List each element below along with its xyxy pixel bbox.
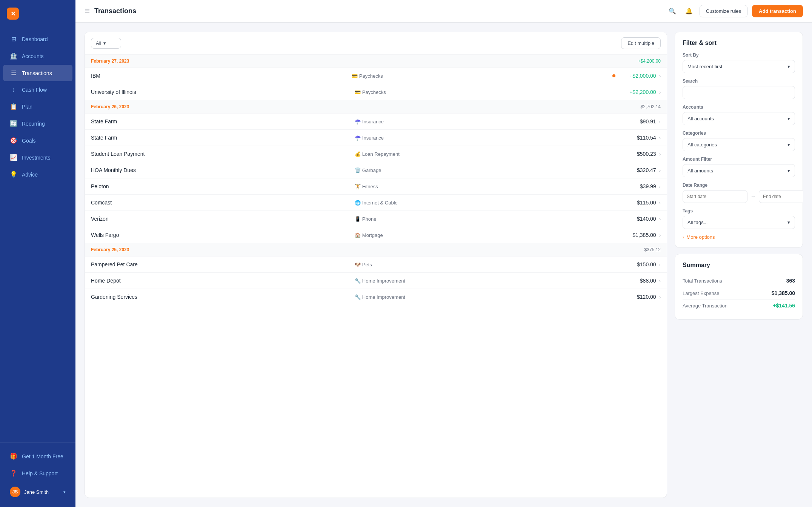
add-transaction-button[interactable]: Add transaction — [752, 5, 803, 17]
sidebar-item-help[interactable]: ❓ Help & Support — [3, 465, 72, 481]
sidebar-item-investments[interactable]: 📈 Investments — [3, 149, 72, 166]
table-row[interactable]: Gardening Services 🔧 Home Improvement $1… — [85, 289, 667, 305]
row-chevron-icon: › — [659, 151, 661, 157]
sidebar-item-advice[interactable]: 💡 Advice — [3, 166, 72, 183]
accounts-chevron-icon: ▾ — [787, 116, 790, 121]
tags-value: All tags... — [687, 220, 707, 225]
categories-label: Categories — [683, 131, 795, 136]
sidebar-item-transactions[interactable]: ☰ Transactions — [3, 65, 72, 81]
table-row[interactable]: State Farm ☂️ Insurance $110.54 › — [85, 130, 667, 146]
date-range-row: → — [683, 190, 795, 203]
amount-filter-dropdown[interactable]: All amounts ▾ — [683, 164, 795, 177]
table-row[interactable]: Comcast 🌐 Internet & Cable $115.00 › — [85, 195, 667, 211]
header-left: ☰ Transactions — [85, 7, 136, 15]
search-button[interactable]: 🔍 — [666, 5, 678, 17]
category-icon: ☂️ — [355, 135, 361, 141]
accounts-dropdown[interactable]: All accounts ▾ — [683, 112, 795, 125]
category-label: Garbage — [362, 167, 381, 173]
sidebar-item-plan[interactable]: 📋 Plan — [3, 98, 72, 115]
sort-by-dropdown[interactable]: Most recent first ▾ — [683, 60, 795, 73]
category-icon: 📱 — [355, 216, 361, 222]
date-total: +$4,200.00 — [638, 58, 661, 64]
user-chevron-icon: ▾ — [63, 490, 66, 495]
sidebar-item-accounts[interactable]: 🏦 Accounts — [3, 48, 72, 64]
table-row[interactable]: Home Depot 🔧 Home Improvement $88.00 › — [85, 273, 667, 289]
logo-icon: ✕ — [7, 8, 19, 20]
sort-chevron-icon: ▾ — [787, 64, 790, 69]
category-label: Fitness — [362, 184, 378, 189]
accounts-label: Accounts — [683, 104, 795, 110]
transaction-amount: $90.91 — [618, 118, 656, 124]
amount-chevron-icon: ▾ — [787, 168, 790, 174]
table-row[interactable]: Pampered Pet Care 🐶 Pets $150.00 › — [85, 257, 667, 273]
table-row[interactable]: Student Loan Payment 💰 Loan Repayment $5… — [85, 146, 667, 162]
sort-by-value: Most recent first — [687, 64, 722, 69]
filter-dropdown[interactable]: All ▾ — [91, 38, 121, 49]
date-group-header: February 25, 2023 $375.12 — [85, 243, 667, 257]
help-icon: ❓ — [10, 470, 17, 477]
summary-row: Average Transaction +$141.56 — [683, 300, 795, 312]
transaction-category: 💳 Paychecks — [355, 89, 618, 95]
transaction-category: 🔧 Home Improvement — [355, 294, 618, 300]
category-label: Home Improvement — [362, 294, 405, 300]
edit-multiple-button[interactable]: Edit multiple — [621, 37, 661, 49]
sidebar-item-label: Get 1 Month Free — [22, 453, 63, 459]
more-options-link[interactable]: › More options — [683, 234, 795, 240]
amount-filter-label: Amount Filter — [683, 157, 795, 162]
table-row[interactable]: Verizon 📱 Phone $140.00 › — [85, 211, 667, 227]
table-row[interactable]: Peloton 🏋️ Fitness $39.99 › — [85, 178, 667, 195]
date-total: $2,702.14 — [641, 104, 661, 109]
sidebar-item-recurring[interactable]: 🔄 Recurring — [3, 115, 72, 132]
user-menu[interactable]: JS Jane Smith ▾ — [3, 482, 72, 502]
category-label: Paychecks — [359, 73, 383, 79]
hamburger-icon[interactable]: ☰ — [85, 8, 90, 15]
category-icon: 🗑️ — [355, 167, 361, 173]
table-row[interactable]: HOA Monthly Dues 🗑️ Garbage $320.47 › — [85, 162, 667, 178]
table-row[interactable]: IBM 💳 Paychecks +$2,000.00 › — [85, 68, 667, 84]
date-total: $375.12 — [644, 247, 661, 252]
search-input[interactable] — [683, 86, 795, 99]
date-label: February 27, 2023 — [91, 58, 129, 64]
category-label: Phone — [362, 216, 377, 222]
categories-dropdown[interactable]: All categories ▾ — [683, 138, 795, 151]
filter-sort-title: Filter & sort — [683, 40, 795, 46]
transaction-category: ☂️ Insurance — [355, 135, 618, 141]
summary-value: 363 — [786, 278, 795, 284]
transactions-panel: All ▾ Edit multiple February 27, 2023 +$… — [85, 32, 667, 498]
row-chevron-icon: › — [659, 278, 661, 284]
transaction-category: 🏋️ Fitness — [355, 184, 618, 189]
category-label: Loan Repayment — [362, 151, 400, 157]
transaction-amount: $320.47 — [618, 167, 656, 173]
transaction-category: 📱 Phone — [355, 216, 618, 222]
notifications-button[interactable]: 🔔 — [683, 5, 695, 17]
sort-by-label: Sort By — [683, 52, 795, 58]
tags-dropdown[interactable]: All tags... ▾ — [683, 216, 795, 229]
date-label: February 26, 2023 — [91, 104, 129, 109]
filter-chevron-icon: ▾ — [103, 40, 106, 46]
transaction-name: HOA Monthly Dues — [91, 167, 355, 173]
sidebar-item-get-free[interactable]: 🎁 Get 1 Month Free — [3, 448, 72, 464]
summary-rows: Total Transactions 363 Largest Expense $… — [683, 275, 795, 312]
date-end-input[interactable] — [759, 190, 803, 203]
accounts-icon: 🏦 — [10, 52, 17, 60]
sidebar-item-dashboard[interactable]: ⊞ Dashboard — [3, 31, 72, 47]
row-chevron-icon: › — [659, 262, 661, 267]
table-row[interactable]: State Farm ☂️ Insurance $90.91 › — [85, 114, 667, 130]
customize-rules-button[interactable]: Customize rules — [700, 5, 747, 17]
table-row[interactable]: University of Illinois 💳 Paychecks +$2,2… — [85, 84, 667, 100]
sidebar-item-goals[interactable]: 🎯 Goals — [3, 132, 72, 149]
table-row[interactable]: Wells Fargo 🏠 Mortgage $1,385.00 › — [85, 227, 667, 243]
transaction-category: 🗑️ Garbage — [355, 167, 618, 173]
category-label: Insurance — [362, 119, 384, 124]
transaction-name: Pampered Pet Care — [91, 261, 355, 267]
sidebar-item-label: Plan — [22, 104, 32, 110]
cashflow-icon: ↕ — [10, 86, 17, 93]
sidebar-item-cashflow[interactable]: ↕ Cash Flow — [3, 82, 72, 98]
summary-row: Largest Expense $1,385.00 — [683, 287, 795, 300]
goals-icon: 🎯 — [10, 137, 17, 144]
category-icon: 🏋️ — [355, 184, 361, 189]
date-start-input[interactable] — [683, 190, 747, 203]
category-icon: 🐶 — [355, 262, 361, 267]
main-content: ☰ Transactions 🔍 🔔 Customize rules Add t… — [75, 0, 812, 507]
right-panel: Filter & sort Sort By Most recent first … — [675, 32, 803, 498]
